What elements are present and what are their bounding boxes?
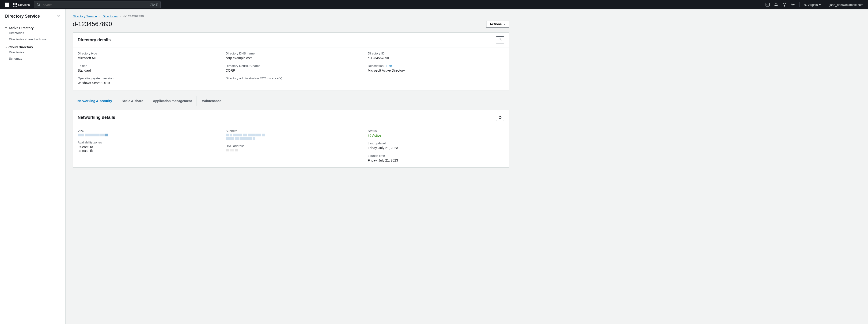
- actions-label: Actions: [490, 22, 502, 26]
- label-netbios: Directory NetBIOS name: [226, 64, 362, 68]
- cloudshell-icon[interactable]: [766, 3, 770, 7]
- net-col-2: Subnets DNS address: [220, 129, 362, 162]
- sidebar-title: Directory Service: [5, 14, 40, 19]
- net-col-3: Status Active Last updated Friday, July …: [362, 129, 504, 162]
- svg-line-1: [39, 5, 40, 6]
- top-nav: Services [Alt+S] N. Virginia jane_doe@ex…: [0, 0, 868, 9]
- help-icon[interactable]: [782, 3, 786, 7]
- label-last-updated: Last updated: [368, 142, 504, 145]
- label-status: Status: [368, 129, 504, 132]
- breadcrumb-root[interactable]: Directory Service: [73, 14, 97, 18]
- user-menu[interactable]: jane_doe@example.com: [830, 3, 863, 6]
- sidebar-section-toggle[interactable]: Cloud Directory: [5, 45, 60, 49]
- value-vpc-redacted: [78, 134, 129, 137]
- sidebar-section-cloud-directory: Cloud Directory Directories Schemas: [0, 44, 65, 63]
- panel-body: VPC Availability zones us-east-1a us-eas…: [73, 125, 509, 168]
- chevron-right-icon: ›: [120, 14, 121, 18]
- search-box[interactable]: [Alt+S]: [34, 1, 161, 8]
- gear-icon[interactable]: [791, 3, 795, 7]
- sidebar-section-label: Active Directory: [8, 26, 34, 30]
- chevron-down-icon: [5, 47, 7, 48]
- value-subnets-redacted: [226, 134, 273, 140]
- refresh-button[interactable]: [496, 36, 504, 43]
- user-label: jane_doe@example.com: [830, 3, 863, 6]
- chevron-right-icon: ›: [99, 14, 100, 18]
- panel-title: Directory details: [78, 37, 111, 42]
- sidebar-item-schemas[interactable]: Schemas: [5, 55, 60, 62]
- breadcrumb-directories[interactable]: Directories: [102, 14, 118, 18]
- value-directory-id: d-1234567890: [368, 56, 504, 60]
- panel-body: Directory typeMicrosoft AD EditionStanda…: [73, 48, 509, 90]
- sidebar: Directory Service ✕ Active Directory Dir…: [0, 9, 66, 324]
- services-button[interactable]: Services: [13, 3, 30, 6]
- status-text: Active: [372, 134, 381, 137]
- label-az: Availability zones: [78, 141, 220, 144]
- sidebar-section-active-directory: Active Directory Directories Directories…: [0, 25, 65, 44]
- aws-logo[interactable]: [5, 3, 9, 7]
- sidebar-item-shared[interactable]: Directories shared with me: [5, 36, 60, 42]
- page-title: d-1234567890: [73, 21, 112, 28]
- refresh-icon: [498, 38, 502, 42]
- label-edition: Edition: [78, 64, 220, 68]
- search-icon: [37, 3, 41, 7]
- label-os: Operating system version: [78, 77, 220, 80]
- chevron-down-icon: [819, 4, 821, 5]
- label-directory-type: Directory type: [78, 52, 220, 55]
- edit-description-link[interactable]: Edit: [386, 64, 392, 68]
- panel-header: Directory details: [73, 33, 509, 48]
- grid-icon: [13, 3, 17, 6]
- value-launch-time: Friday, July 21, 2023: [368, 158, 504, 162]
- bell-icon[interactable]: [774, 3, 778, 7]
- search-input[interactable]: [43, 3, 148, 6]
- tab-networking-security[interactable]: Networking & security: [73, 96, 117, 106]
- close-icon[interactable]: ✕: [57, 13, 60, 19]
- breadcrumb: Directory Service › Directories › d-1234…: [73, 14, 509, 18]
- value-admin-ec2: -: [226, 81, 362, 85]
- sidebar-item-directories-cloud[interactable]: Directories: [5, 49, 60, 55]
- label-dns-addr: DNS address: [226, 144, 362, 148]
- panel-header: Networking details: [73, 110, 509, 125]
- svg-rect-2: [766, 3, 770, 6]
- value-last-updated: Friday, July 21, 2023: [368, 146, 504, 150]
- tab-application-management[interactable]: Application management: [148, 96, 197, 106]
- tab-scale-share[interactable]: Scale & share: [117, 96, 148, 106]
- actions-button[interactable]: Actions: [486, 21, 509, 28]
- breadcrumb-current: d-1234567890: [123, 14, 144, 18]
- panel-title: Networking details: [78, 115, 115, 120]
- sidebar-header: Directory Service ✕: [0, 13, 65, 22]
- label-subnets: Subnets: [226, 129, 362, 132]
- nav-separator: [799, 2, 800, 7]
- svg-point-6: [784, 5, 785, 6]
- tab-maintenance[interactable]: Maintenance: [197, 96, 226, 106]
- value-description: Microsoft Active Directory: [368, 68, 504, 72]
- sidebar-section-label: Cloud Directory: [8, 45, 33, 49]
- net-col-1: VPC Availability zones us-east-1a us-eas…: [78, 129, 220, 162]
- details-col-1: Directory typeMicrosoft AD EditionStanda…: [78, 52, 220, 85]
- label-vpc: VPC: [78, 129, 220, 132]
- top-nav-right: N. Virginia jane_doe@example.com: [766, 2, 863, 7]
- sidebar-item-directories[interactable]: Directories: [5, 30, 60, 36]
- check-circle-icon: [368, 134, 371, 137]
- value-os: Windows Server 2019: [78, 81, 220, 85]
- sidebar-section-toggle[interactable]: Active Directory: [5, 26, 60, 30]
- layout: Directory Service ✕ Active Directory Dir…: [0, 9, 868, 324]
- value-az-1: us-east-1a: [78, 145, 220, 149]
- label-admin-ec2: Directory administration EC2 instance(s): [226, 77, 362, 80]
- refresh-icon: [498, 116, 502, 119]
- sidebar-divider: [0, 22, 65, 22]
- value-edition: Standard: [78, 68, 220, 72]
- services-label: Services: [18, 3, 30, 6]
- chevron-down-icon: [5, 27, 7, 29]
- value-status: Active: [368, 134, 504, 137]
- chevron-down-icon: [503, 24, 505, 25]
- label-description: Description - Edit: [368, 64, 504, 68]
- value-dns-addr-redacted: [226, 149, 240, 151]
- refresh-button[interactable]: [496, 114, 504, 121]
- main-content: Directory Service › Directories › d-1234…: [66, 9, 868, 324]
- region-selector[interactable]: N. Virginia: [804, 3, 821, 6]
- value-dns: corp.example.com: [226, 56, 362, 60]
- label-dns: Directory DNS name: [226, 52, 362, 55]
- details-col-2: Directory DNS namecorp.example.com Direc…: [220, 52, 362, 85]
- page-header: d-1234567890 Actions: [73, 21, 509, 28]
- svg-point-0: [37, 3, 39, 5]
